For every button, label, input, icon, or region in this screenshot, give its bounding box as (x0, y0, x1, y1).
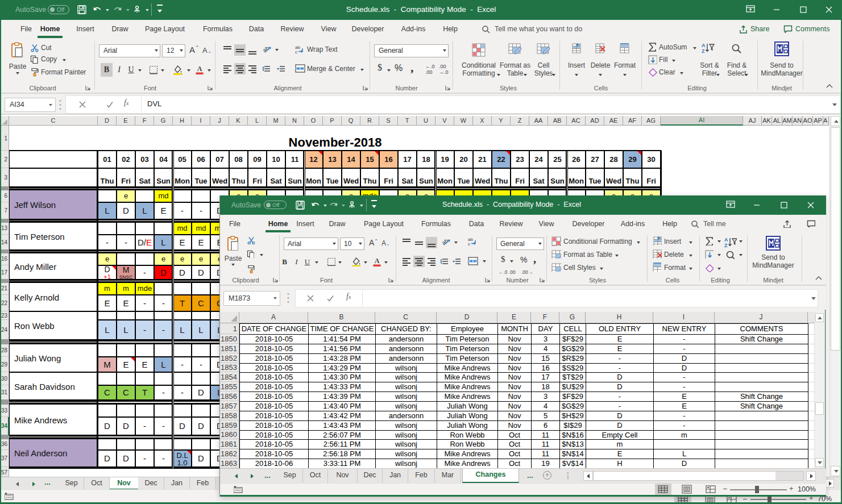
svg-text:A: A (702, 43, 706, 48)
svg-text:c: c (295, 49, 297, 54)
svg-text:Z: Z (702, 48, 705, 54)
svg-text:c: c (468, 241, 470, 246)
svg-text:ab: ab (263, 45, 271, 53)
svg-text:A: A (375, 257, 380, 265)
svg-text:A: A (197, 65, 202, 73)
svg-text:ab: ab (442, 238, 450, 246)
svg-text:Z: Z (724, 243, 728, 248)
svg-text:A: A (724, 237, 728, 243)
